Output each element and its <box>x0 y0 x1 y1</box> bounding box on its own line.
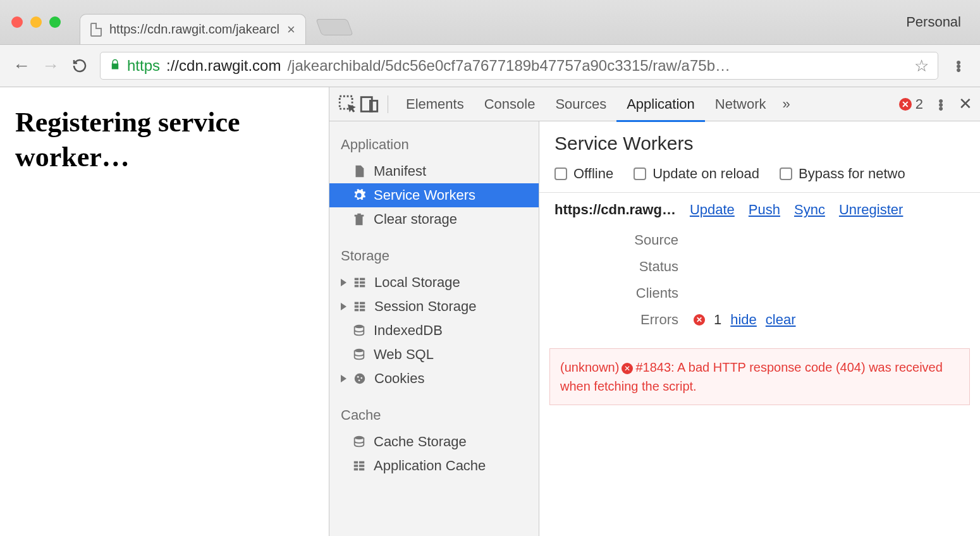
sw-errors-row: Errors ✕ 1 hide clear <box>539 307 980 333</box>
update-link[interactable]: Update <box>690 202 735 218</box>
svg-rect-14 <box>360 309 365 312</box>
devtools-menu-button[interactable]: ••• <box>932 99 950 110</box>
sidebar-heading-application: Application <box>329 131 539 159</box>
svg-rect-24 <box>354 468 358 471</box>
close-window-icon[interactable] <box>11 16 23 28</box>
tab-console[interactable]: Console <box>474 87 546 121</box>
clear-errors-link[interactable]: clear <box>766 312 796 328</box>
sidebar-item-cookies[interactable]: Cookies <box>329 367 539 391</box>
sw-origin: https://cdn.rawg… <box>554 202 676 218</box>
sidebar-item-session-storage[interactable]: Session Storage <box>329 295 539 319</box>
bypass-network-checkbox[interactable]: Bypass for netwo <box>780 166 905 182</box>
devtools-toolbar: Elements Console Sources Application Net… <box>329 87 980 121</box>
sw-error-count: 1 <box>714 312 721 328</box>
svg-point-16 <box>355 349 364 353</box>
tab-elements[interactable]: Elements <box>396 87 474 121</box>
sync-link[interactable]: Sync <box>794 202 825 218</box>
cookie-icon <box>353 372 367 386</box>
sidebar-item-application-cache[interactable]: Application Cache <box>329 454 539 478</box>
unregister-link[interactable]: Unregister <box>839 202 903 218</box>
svg-rect-27 <box>359 468 364 471</box>
bookmark-star-icon[interactable]: ☆ <box>914 56 929 76</box>
svg-rect-22 <box>354 461 358 464</box>
sidebar-item-manifest[interactable]: Manifest <box>329 159 539 183</box>
sidebar-item-cache-storage[interactable]: Cache Storage <box>329 430 539 454</box>
address-bar[interactable]: https ://cdn.rawgit.com /jakearchibald/5… <box>100 52 938 80</box>
tab-application[interactable]: Application <box>616 87 705 121</box>
more-tabs-icon[interactable]: » <box>776 96 796 113</box>
file-icon <box>352 164 366 178</box>
database-icon <box>352 348 366 362</box>
offline-checkbox[interactable]: Offline <box>554 166 613 182</box>
error-icon: ✕ <box>899 98 912 111</box>
service-workers-panel: Service Workers Offline Update on reload… <box>539 121 980 536</box>
tab-sources[interactable]: Sources <box>545 87 616 121</box>
devtools-body: Application Manifest Service Workers Cle… <box>329 121 980 536</box>
gear-icon <box>352 188 366 202</box>
inspect-element-icon[interactable] <box>337 94 358 115</box>
sidebar-item-indexeddb[interactable]: IndexedDB <box>329 319 539 343</box>
page-heading: Registering service worker… <box>15 105 314 174</box>
url-host: ://cdn.rawgit.com <box>166 57 281 75</box>
tab-title: https://cdn.rawgit.com/jakearcl <box>109 22 279 37</box>
grid-icon <box>353 300 367 314</box>
svg-point-19 <box>360 377 362 379</box>
svg-rect-5 <box>355 285 358 288</box>
update-on-reload-checkbox[interactable]: Update on reload <box>634 166 759 182</box>
svg-rect-12 <box>360 302 365 305</box>
error-badge[interactable]: ✕ 2 <box>899 96 923 113</box>
sidebar-item-clear-storage[interactable]: Clear storage <box>329 207 539 231</box>
application-sidebar: Application Manifest Service Workers Cle… <box>329 121 539 536</box>
database-icon <box>352 324 366 338</box>
svg-point-17 <box>355 374 365 384</box>
sidebar-heading-storage: Storage <box>329 243 539 271</box>
sw-options-row: Offline Update on reload Bypass for netw… <box>539 166 980 192</box>
trash-icon <box>352 212 366 226</box>
close-tab-icon[interactable]: × <box>287 21 295 38</box>
close-devtools-icon[interactable]: ✕ <box>959 94 972 114</box>
sw-clients-row: Clients <box>539 280 980 307</box>
svg-point-21 <box>355 436 364 440</box>
sw-origin-row: https://cdn.rawg… Update Push Sync Unreg… <box>539 193 980 227</box>
new-tab-button[interactable] <box>315 19 353 35</box>
error-icon: ✕ <box>622 363 633 374</box>
window-controls <box>11 16 61 28</box>
browser-menu-button[interactable]: ••• <box>950 60 967 71</box>
svg-rect-13 <box>360 305 365 308</box>
profile-label[interactable]: Personal <box>906 14 961 30</box>
content-area: Registering service worker… Elements Con… <box>0 87 980 536</box>
maximize-window-icon[interactable] <box>49 16 61 28</box>
svg-rect-10 <box>355 305 358 308</box>
grid-icon <box>353 276 367 289</box>
devtools-panel: Elements Console Sources Application Net… <box>329 87 980 536</box>
svg-rect-26 <box>359 465 364 467</box>
panel-title: Service Workers <box>539 133 980 166</box>
chevron-right-icon <box>341 279 346 286</box>
svg-rect-4 <box>355 281 358 284</box>
back-button[interactable]: ← <box>13 57 30 75</box>
sidebar-item-web-sql[interactable]: Web SQL <box>329 343 539 367</box>
reload-button[interactable] <box>71 57 89 75</box>
svg-rect-25 <box>359 461 364 464</box>
push-link[interactable]: Push <box>749 202 780 218</box>
url-scheme: https <box>127 57 160 75</box>
svg-rect-8 <box>360 285 365 288</box>
minimize-window-icon[interactable] <box>30 16 42 28</box>
sidebar-item-service-workers[interactable]: Service Workers <box>329 183 539 207</box>
grid-icon <box>352 459 366 473</box>
sw-actions: Update Push Sync Unregister <box>690 202 903 218</box>
hide-errors-link[interactable]: hide <box>730 312 757 328</box>
sidebar-item-local-storage[interactable]: Local Storage <box>329 271 539 295</box>
browser-toolbar: ← → https ://cdn.rawgit.com /jakearchiba… <box>0 44 980 87</box>
lock-icon <box>109 57 121 75</box>
separator <box>388 95 388 113</box>
error-source: (unknown) <box>560 360 619 374</box>
device-toolbar-icon[interactable] <box>358 94 380 115</box>
database-icon <box>352 435 366 449</box>
url-path: /jakearchibald/5dc56e0cf7a7677189b47757a… <box>287 57 730 75</box>
browser-tab[interactable]: https://cdn.rawgit.com/jakearcl × <box>80 14 306 44</box>
svg-rect-11 <box>355 309 358 312</box>
forward-button[interactable]: → <box>42 57 59 75</box>
tab-network[interactable]: Network <box>705 87 776 121</box>
browser-tab-strip: https://cdn.rawgit.com/jakearcl × Person… <box>0 0 980 44</box>
